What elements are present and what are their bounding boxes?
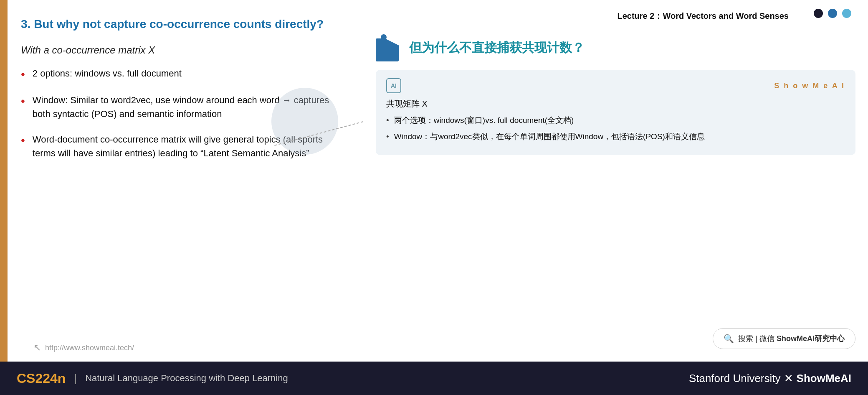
showmeai-card: AI S h o w M e A I 共现矩阵 X • 两个选项：windows… [376, 70, 855, 155]
card-bullet-item: • 两个选项：windows(窗口)vs. full document(全文档) [386, 115, 845, 127]
dot-2 [828, 9, 837, 18]
bottom-right: Stanford University ✕ ShowMeAI [689, 372, 851, 385]
search-bar[interactable]: 🔍 搜索 | 微信 ShowMeAI研究中心 [713, 328, 855, 349]
bottom-left: CS224n | Natural Language Processing wit… [17, 371, 288, 386]
right-panel: Lecture 2：Word Vectors and Word Senses 但… [363, 0, 868, 362]
shape-icon [376, 34, 403, 61]
cursor-icon: ↖ [33, 342, 41, 353]
slide-heading: 3. But why not capture co-occurrence cou… [21, 17, 347, 32]
chinese-slide-header: 但为什么不直接捕获共现计数？ [376, 34, 855, 61]
slide-left-bar [0, 0, 8, 362]
dot-1 [814, 9, 823, 18]
card-bullet-dot-2: • [386, 131, 389, 143]
list-item: • 2 options: windows vs. full document [21, 66, 347, 82]
course-subtitle: Natural Language Processing with Deep Le… [85, 373, 288, 384]
stanford-text: Stanford University [689, 372, 781, 385]
bullet-dot-1: • [21, 67, 25, 82]
separator: | [74, 372, 77, 385]
ai-icon: AI [386, 78, 401, 93]
slide-content: 3. But why not capture co-occurrence cou… [13, 0, 363, 362]
card-bullet-dot-1: • [386, 115, 389, 127]
card-top-row: AI S h o w M e A I [386, 78, 845, 93]
shape-blue [376, 38, 399, 61]
slide-panel: 3. But why not capture co-occurrence cou… [0, 0, 363, 362]
search-text: 搜索 | 微信 ShowMeAI研究中心 [738, 334, 845, 344]
slide-intro: With a co-occurrence matrix X [21, 44, 347, 56]
bullet-dot-2: • [21, 94, 25, 108]
cn-heading: 但为什么不直接捕获共现计数？ [409, 39, 585, 56]
bullet-dot-3: • [21, 133, 25, 148]
card-brand: S h o w M e A I [774, 82, 845, 90]
card-bullet-item: • Window：与word2vec类似，在每个单词周围都使用Window，包括… [386, 131, 845, 143]
x-separator: ✕ [784, 372, 793, 385]
bottom-bar: CS224n | Natural Language Processing wit… [0, 362, 868, 395]
lecture-header: Lecture 2：Word Vectors and Word Senses [518, 4, 801, 26]
showmeai-text: ShowMeAI [797, 372, 851, 385]
decorative-circle [271, 88, 338, 155]
card-bullets: • 两个选项：windows(窗口)vs. full document(全文档)… [386, 115, 845, 143]
search-icon: 🔍 [724, 334, 734, 344]
top-dots-area: Lecture 2：Word Vectors and Word Senses [363, 0, 868, 26]
chinese-slide: 但为什么不直接捕获共现计数？ AI S h o w M e A I 共现矩阵 X… [363, 26, 868, 362]
footer-url: http://www.showmeai.tech/ [45, 344, 134, 352]
course-code: CS224n [17, 371, 66, 386]
slide-footer: ↖ http://www.showmeai.tech/ [33, 342, 134, 353]
card-title: 共现矩阵 X [386, 98, 845, 110]
dot-3 [842, 9, 851, 18]
